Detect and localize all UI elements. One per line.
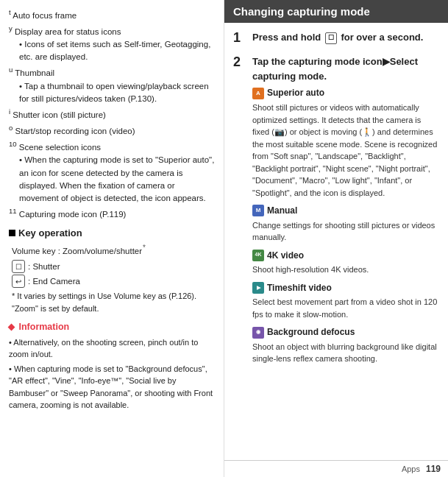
superior-auto-title: A Superior auto	[252, 86, 439, 100]
background-defocus-title: ◉ Background defocus	[252, 325, 439, 339]
item-y: y Display area for status icons Icons of…	[9, 24, 215, 64]
timeshift-icon: ▶	[252, 282, 264, 294]
section-header: Changing capturing mode	[224, 0, 448, 23]
camera-mode-icon: ☐	[325, 32, 337, 44]
step-2-title: Tap the capturing mode icon▶Select captu…	[252, 54, 439, 84]
superior-auto-icon: A	[252, 88, 264, 99]
information-title: Information	[9, 320, 215, 334]
footer-apps-label: Apps	[402, 464, 420, 473]
mode-superior-auto: A Superior auto Shoot still pictures or …	[252, 86, 439, 199]
info-item-2: • When capturing mode is set to "Backgro…	[9, 363, 215, 411]
4k-video-desc: Shoot high-resolution 4K videos.	[252, 264, 439, 276]
mode-background-defocus: ◉ Background defocus Shoot an object wit…	[252, 325, 439, 365]
background-defocus-desc: Shoot an object with blurring background…	[252, 341, 439, 365]
volume-key-row: Volume key : Zoom/volume/shutter*	[12, 242, 215, 258]
timeshift-desc: Select best movement part from a video s…	[252, 296, 439, 320]
manual-desc: Change settings for shooting still pictu…	[252, 219, 439, 244]
key-note: * It varies by settings in Use Volume ke…	[12, 290, 215, 314]
4k-video-icon: 4K	[252, 250, 264, 261]
footer-page-number: 119	[426, 464, 441, 474]
info-diamond-icon	[8, 324, 15, 331]
superior-auto-desc: Shoot still pictures or videos with auto…	[252, 102, 439, 199]
item-i: i Shutter icon (still picture)	[9, 107, 215, 121]
timeshift-title: ▶ Timeshift video	[252, 281, 439, 295]
right-column: Changing capturing mode 1 Press and hold…	[224, 0, 448, 477]
step-1: 1 Press and hold ☐ for over a second.	[233, 30, 439, 47]
end-camera-row: ↩ : End Camera	[12, 275, 215, 288]
item-t: t Auto focus frame	[9, 7, 215, 22]
black-square-icon	[9, 230, 15, 236]
item-10: 10 Scene selection icons When the captur…	[9, 139, 215, 205]
4k-video-title: 4K 4K video	[252, 249, 439, 263]
information-section: Information • Alternatively, on the shoo…	[9, 320, 215, 411]
mode-4k-video: 4K 4K video Shoot high-resolution 4K vid…	[252, 249, 439, 276]
item-o: o Start/stop recording icon (video)	[9, 123, 215, 138]
footer: Apps 119	[224, 460, 448, 477]
step-2: 2 Tap the capturing mode icon▶Select cap…	[233, 54, 439, 370]
manual-icon: M	[252, 205, 264, 216]
items-list: t Auto focus frame y Display area for st…	[9, 7, 215, 222]
step-2-content: Tap the capturing mode icon▶Select captu…	[252, 54, 439, 370]
end-camera-icon: ↩	[12, 275, 25, 288]
left-column: t Auto focus frame y Display area for st…	[0, 0, 224, 477]
background-defocus-icon: ◉	[252, 327, 264, 339]
shutter-label: : Shutter	[28, 261, 60, 273]
key-operation-title: Key operation	[18, 226, 82, 241]
step-1-number: 1	[233, 30, 246, 47]
item-u: u Thumbnail Tap a thumbnail to open view…	[9, 66, 215, 106]
step-2-number: 2	[233, 54, 246, 370]
manual-title: M Manual	[252, 204, 439, 218]
shutter-row: ☐ : Shutter	[12, 260, 215, 273]
information-content: • Alternatively, on the shooting screen,…	[9, 336, 215, 411]
step-1-title: Press and hold ☐ for over a second.	[252, 30, 439, 45]
mode-timeshift: ▶ Timeshift video Select best movement p…	[252, 281, 439, 321]
shutter-icon: ☐	[12, 260, 25, 273]
right-content: 1 Press and hold ☐ for over a second. 2 …	[224, 23, 448, 460]
key-operation-section: Key operation	[9, 226, 215, 241]
end-camera-label: : End Camera	[28, 275, 80, 288]
info-item-1: • Alternatively, on the shooting screen,…	[9, 336, 215, 361]
step-1-content: Press and hold ☐ for over a second.	[252, 30, 439, 47]
section-header-title: Changing capturing mode	[233, 5, 370, 18]
key-operation-content: Volume key : Zoom/volume/shutter* ☐ : Sh…	[9, 242, 215, 314]
mode-manual: M Manual Change settings for shooting st…	[252, 204, 439, 244]
item-11: 11 Capturing mode icon (P.119)	[9, 206, 215, 221]
